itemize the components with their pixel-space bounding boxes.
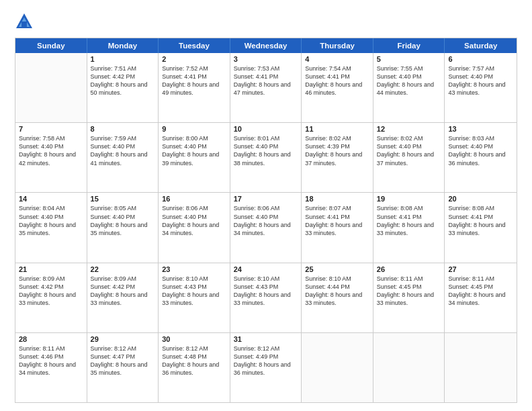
cell-info: Sunrise: 8:10 AM <box>162 275 226 283</box>
cell-info: Sunset: 4:40 PM <box>162 213 226 221</box>
cell-info: Sunset: 4:41 PM <box>234 73 298 81</box>
day-number: 6 <box>448 55 513 63</box>
page: SundayMondayTuesdayWednesdayThursdayFrid… <box>0 0 532 411</box>
calendar-cell <box>15 53 87 122</box>
logo <box>15 12 36 31</box>
day-number: 10 <box>234 125 298 133</box>
cell-info: Daylight: 8 hours and <box>234 361 298 369</box>
calendar-cell: 2Sunrise: 7:52 AMSunset: 4:41 PMDaylight… <box>159 53 230 122</box>
calendar-cell: 9Sunrise: 8:00 AMSunset: 4:40 PMDaylight… <box>159 123 230 192</box>
cell-info: 33 minutes. <box>305 229 369 237</box>
day-number: 9 <box>162 125 226 133</box>
cell-info: Sunrise: 7:53 AM <box>234 64 298 73</box>
cell-info: Sunset: 4:40 PM <box>377 73 441 81</box>
cell-info: Sunrise: 8:07 AM <box>305 204 369 212</box>
cell-info: Daylight: 8 hours and <box>448 291 513 299</box>
cell-info: Daylight: 8 hours and <box>234 221 298 229</box>
calendar-cell: 5Sunrise: 7:55 AMSunset: 4:40 PMDaylight… <box>373 53 445 122</box>
cell-info: Sunrise: 8:02 AM <box>377 134 441 142</box>
cell-info: Sunrise: 8:01 AM <box>234 134 298 142</box>
day-number: 26 <box>377 265 441 273</box>
cell-info: Sunrise: 7:52 AM <box>162 64 226 73</box>
cell-info: 37 minutes. <box>377 159 441 167</box>
calendar-cell: 12Sunrise: 8:02 AMSunset: 4:40 PMDayligh… <box>373 123 445 192</box>
calendar-row-3: 21Sunrise: 8:09 AMSunset: 4:42 PMDayligh… <box>15 263 517 333</box>
calendar-cell: 4Sunrise: 7:54 AMSunset: 4:41 PMDaylight… <box>302 53 373 122</box>
calendar-cell: 20Sunrise: 8:08 AMSunset: 4:41 PMDayligh… <box>445 193 517 262</box>
cell-info: Sunset: 4:42 PM <box>91 283 155 291</box>
cell-info: Sunrise: 8:10 AM <box>234 275 298 283</box>
cell-info: 36 minutes. <box>448 159 513 167</box>
cell-info: Sunrise: 8:08 AM <box>448 204 513 212</box>
cell-info: Daylight: 8 hours and <box>91 221 155 229</box>
calendar-cell: 6Sunrise: 7:57 AMSunset: 4:40 PMDaylight… <box>445 53 517 122</box>
cell-info: Daylight: 8 hours and <box>448 150 513 158</box>
cell-info: Sunset: 4:43 PM <box>234 283 298 291</box>
calendar-cell: 17Sunrise: 8:06 AMSunset: 4:40 PMDayligh… <box>230 193 302 262</box>
calendar-cell: 1Sunrise: 7:51 AMSunset: 4:42 PMDaylight… <box>87 53 159 122</box>
cell-info: Sunset: 4:42 PM <box>19 283 83 291</box>
cell-info: Daylight: 8 hours and <box>91 150 155 158</box>
cell-info: Sunset: 4:40 PM <box>234 142 298 150</box>
header-day-thursday: Thursday <box>302 38 373 53</box>
calendar-body: 1Sunrise: 7:51 AMSunset: 4:42 PMDaylight… <box>15 53 517 402</box>
cell-info: Sunrise: 8:02 AM <box>305 134 369 142</box>
cell-info: Sunset: 4:44 PM <box>305 283 369 291</box>
cell-info: Sunrise: 8:12 AM <box>91 345 155 353</box>
day-number: 3 <box>234 55 298 63</box>
cell-info: 35 minutes. <box>19 229 83 237</box>
day-number: 31 <box>234 335 298 343</box>
cell-info: 33 minutes. <box>377 299 441 307</box>
cell-info: Daylight: 8 hours and <box>377 81 441 89</box>
calendar-cell <box>302 333 373 402</box>
cell-info: 33 minutes. <box>377 229 441 237</box>
cell-info: 35 minutes. <box>91 369 155 377</box>
cell-info: Daylight: 8 hours and <box>162 221 226 229</box>
cell-info: Sunset: 4:40 PM <box>377 142 441 150</box>
cell-info: Daylight: 8 hours and <box>305 81 369 89</box>
cell-info: 44 minutes. <box>377 89 441 97</box>
day-number: 7 <box>19 125 83 133</box>
cell-info: Sunset: 4:41 PM <box>377 213 441 221</box>
day-number: 29 <box>91 335 155 343</box>
cell-info: Sunset: 4:40 PM <box>162 142 226 150</box>
cell-info: Sunset: 4:40 PM <box>19 142 83 150</box>
cell-info: Sunrise: 8:11 AM <box>377 275 441 283</box>
calendar-cell: 8Sunrise: 7:59 AMSunset: 4:40 PMDaylight… <box>87 123 159 192</box>
cell-info: 46 minutes. <box>305 89 369 97</box>
calendar: SundayMondayTuesdayWednesdayThursdayFrid… <box>15 38 517 403</box>
day-number: 1 <box>91 55 155 63</box>
calendar-cell: 16Sunrise: 8:06 AMSunset: 4:40 PMDayligh… <box>159 193 230 262</box>
cell-info: Sunrise: 8:11 AM <box>19 345 83 353</box>
cell-info: Daylight: 8 hours and <box>162 81 226 89</box>
cell-info: Daylight: 8 hours and <box>448 81 513 89</box>
calendar-cell: 13Sunrise: 8:03 AMSunset: 4:40 PMDayligh… <box>445 123 517 192</box>
cell-info: 33 minutes. <box>305 299 369 307</box>
cell-info: Sunrise: 8:05 AM <box>91 204 155 212</box>
cell-info: 36 minutes. <box>162 369 226 377</box>
day-number: 5 <box>377 55 441 63</box>
cell-info: Sunrise: 7:55 AM <box>377 64 441 73</box>
cell-info: Sunrise: 8:09 AM <box>91 275 155 283</box>
cell-info: Daylight: 8 hours and <box>162 150 226 158</box>
cell-info: Sunrise: 8:06 AM <box>234 204 298 212</box>
day-number: 28 <box>19 335 83 343</box>
calendar-cell: 18Sunrise: 8:07 AMSunset: 4:41 PMDayligh… <box>302 193 373 262</box>
cell-info: 34 minutes. <box>162 229 226 237</box>
day-number: 20 <box>448 195 513 203</box>
calendar-cell: 23Sunrise: 8:10 AMSunset: 4:43 PMDayligh… <box>159 263 230 332</box>
day-number: 24 <box>234 265 298 273</box>
cell-info: Sunrise: 8:11 AM <box>448 275 513 283</box>
day-number: 17 <box>234 195 298 203</box>
cell-info: Sunset: 4:49 PM <box>234 353 298 361</box>
day-number: 4 <box>305 55 369 63</box>
cell-info: Daylight: 8 hours and <box>162 291 226 299</box>
cell-info: Sunrise: 8:12 AM <box>234 345 298 353</box>
calendar-row-4: 28Sunrise: 8:11 AMSunset: 4:46 PMDayligh… <box>15 333 517 402</box>
calendar-cell <box>445 333 517 402</box>
cell-info: Daylight: 8 hours and <box>377 221 441 229</box>
cell-info: Daylight: 8 hours and <box>448 221 513 229</box>
cell-info: Sunrise: 8:00 AM <box>162 134 226 142</box>
cell-info: Sunrise: 8:08 AM <box>377 204 441 212</box>
calendar-cell: 26Sunrise: 8:11 AMSunset: 4:45 PMDayligh… <box>373 263 445 332</box>
